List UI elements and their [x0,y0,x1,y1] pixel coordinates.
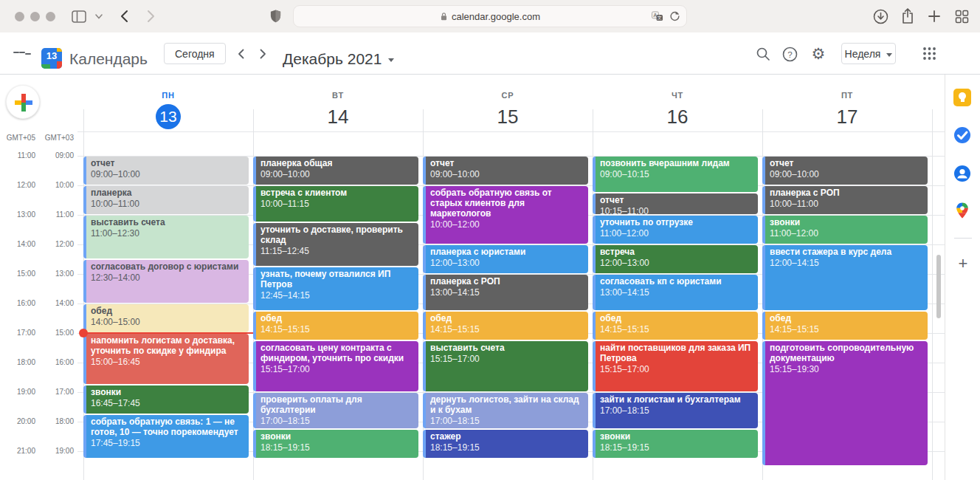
event-title: собрать обратную связь: 1 — не готов, 10… [91,416,244,437]
sidebar-toggle-button[interactable] [71,9,87,24]
time-label-gmt3: 17:00 [38,387,74,397]
calendar-event[interactable]: обед14:15–15:15 [253,312,418,340]
share-button[interactable] [900,7,916,25]
time-label-gmt5: 21:00 [0,446,35,456]
time-label-gmt3: 09:00 [38,151,74,161]
calendar-event[interactable]: звонки18:15–19:15 [593,430,758,458]
date-number[interactable]: 17 [818,104,877,129]
app-title: Календарь [69,50,148,68]
day-of-week-label[interactable]: ВТ [308,91,368,100]
reload-icon[interactable] [669,10,680,22]
scrollbar-thumb[interactable] [936,255,941,318]
calendar-event[interactable]: планерка10:00–11:00 [83,186,249,214]
calendar-event[interactable]: найти поставщиков для заказа ИП Петрова1… [593,341,758,391]
translate-icon[interactable]: A文 [652,11,663,21]
calendar-event[interactable]: отчет09:00–10:00 [762,157,928,185]
downloads-button[interactable] [872,8,888,24]
calendar-event[interactable]: уточнить по отгрузке11:00–12:00 [593,216,758,244]
address-bar[interactable]: calendar.google.com A文 [293,5,687,27]
calendar-event[interactable]: согласовать договор с юристами12:30–14:0… [83,260,249,303]
calendar-event[interactable]: планерка с РОП13:00–14:15 [423,275,588,310]
calendar-event[interactable]: обед14:00–15:00 [83,304,249,332]
event-title: обед [600,313,753,323]
calendar-event[interactable]: планерка общая09:00–10:00 [253,157,418,185]
calendar-event[interactable]: выставить счета15:15–17:00 [423,341,588,391]
next-week-button[interactable] [252,44,273,64]
search-icon[interactable] [754,45,772,63]
create-event-button[interactable] [6,85,40,119]
calendar-logo: 13 [41,48,62,69]
calendar-event[interactable]: уточнить о доставке, проверить склад11:1… [253,223,418,266]
help-icon[interactable]: ? [781,45,798,63]
svg-text:?: ? [787,49,792,58]
traffic-light-minimize[interactable] [30,12,40,21]
calendar-event[interactable]: согласовать кп с юристами13:00–14:15 [593,275,758,310]
forward-button[interactable] [144,9,159,24]
calendar-event[interactable]: планерка с юристами12:00–13:00 [423,245,588,273]
event-time: 14:15–15:15 [600,324,753,335]
date-number[interactable]: 15 [478,104,537,129]
date-range-selector[interactable]: Декабрь 2021 [283,50,394,68]
calendar-event[interactable]: подготовить сопроводительную документаци… [762,341,928,465]
calendar-event[interactable]: собрать обратную связь от старых клиенто… [423,186,588,244]
lock-icon [440,12,448,21]
calendar-event[interactable]: стажер18:15–19:15 [423,430,588,458]
calendar-event[interactable]: узнать, почему отвалился ИП Петров12:45–… [253,267,418,310]
date-number[interactable]: 16 [648,104,707,129]
calendar-event[interactable]: обед14:15–15:15 [762,312,928,340]
prev-week-button[interactable] [230,44,251,64]
calendar-event[interactable]: отчет09:00–10:00 [83,157,249,185]
day-of-week-label[interactable]: СР [478,91,537,100]
google-apps-grid-icon[interactable] [920,44,939,63]
get-addons-button[interactable]: + [953,254,973,273]
calendar-event[interactable]: согласовать цену контракта с финдиром, у… [253,341,418,391]
event-title: уточнить о доставке, проверить склад [260,224,414,245]
new-tab-button[interactable] [927,9,942,24]
event-time: 10:00–11:00 [770,199,923,209]
main-menu-button[interactable] [13,48,31,60]
day-of-week-label[interactable]: ПН [139,91,198,100]
sidebar-chevron-icon[interactable] [94,13,104,20]
tab-overview-button[interactable] [954,9,970,24]
calendar-event[interactable]: встреча12:00–13:00 [593,245,758,273]
calendar-event[interactable]: звонки18:15–19:15 [253,430,418,458]
calendar-event[interactable]: обед14:15–15:15 [423,312,588,340]
calendar-event[interactable]: напомнить логистам о доставка, уточнить … [83,334,249,384]
day-of-week-label[interactable]: ПТ [818,91,877,100]
browser-toolbar: calendar.google.com A文 [0,0,980,33]
calendar-event[interactable]: встреча с клиентом10:00–11:15 [253,186,418,222]
today-button[interactable]: Сегодня [164,43,226,64]
privacy-shield-icon[interactable] [268,8,283,24]
tasks-icon[interactable] [953,126,972,145]
calendar-event[interactable]: планерка с РОП10:00–11:00 [762,186,928,214]
time-label-gmt5: 19:00 [0,387,35,397]
calendar-event[interactable]: обед14:15–15:15 [593,312,758,340]
event-title: обед [260,313,414,323]
contacts-icon[interactable] [953,164,972,183]
event-title: планерка с юристами [430,247,584,257]
traffic-light-zoom[interactable] [46,12,55,21]
back-button[interactable] [117,9,131,24]
calendar-event[interactable]: звонки11:00–12:00 [762,216,928,244]
date-number[interactable]: 14 [308,104,368,129]
calendar-event[interactable]: дернуть логистов, зайти на склад и к бух… [423,393,588,428]
current-time-line [83,332,253,334]
view-selector[interactable]: Неделя [841,43,896,64]
calendar-event[interactable]: отчет09:00–10:00 [423,157,588,185]
calendar-event[interactable]: собрать обратную связь: 1 — не готов, 10… [83,415,249,458]
calendar-event[interactable]: звонки16:45–17:45 [83,385,249,414]
event-time: 15:15–19:30 [770,364,923,374]
chevron-down-icon [388,58,394,62]
calendar-event[interactable]: позвонить вчерашним лидам09:00–10:15 [593,157,758,192]
settings-gear-icon[interactable]: ⚙ [809,44,828,64]
calendar-event[interactable]: отчет10:15–11:00 [593,193,758,214]
calendar-event[interactable]: ввести стажера в курс дела12:00–14:15 [762,245,928,310]
day-of-week-label[interactable]: ЧТ [648,91,707,100]
calendar-event[interactable]: выставить счета11:00–12:30 [83,216,249,258]
today-date-badge[interactable]: 13 [156,104,181,129]
keep-icon[interactable] [953,88,972,107]
calendar-event[interactable]: проверить оплаты для бухгалтерии17:00–18… [253,393,418,428]
maps-icon[interactable] [953,201,972,220]
traffic-light-close[interactable] [15,12,24,21]
calendar-event[interactable]: зайти к логистам и бухгалтерам17:00–18:1… [593,393,758,428]
